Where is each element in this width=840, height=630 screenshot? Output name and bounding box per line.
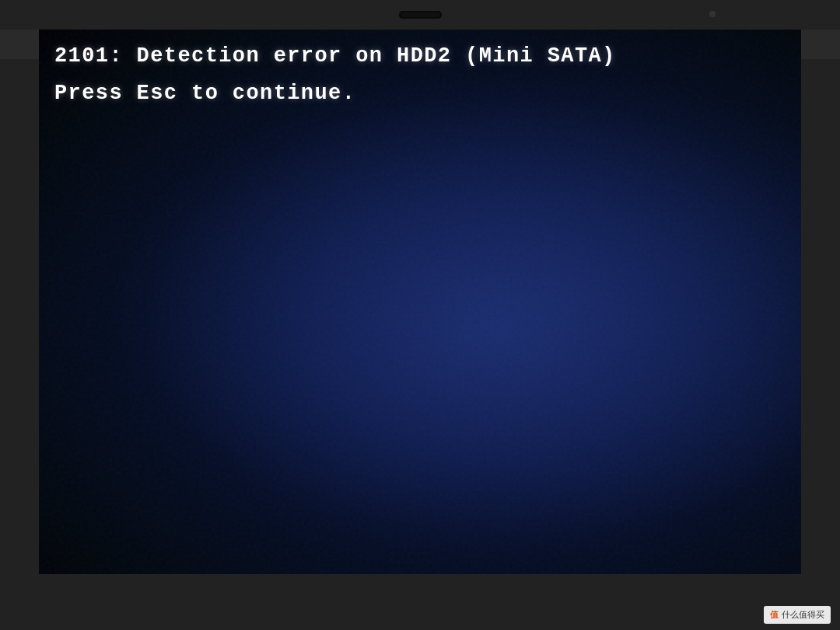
right-bezel — [801, 59, 840, 604]
press-esc-line: Press Esc to continue. — [54, 81, 786, 106]
watermark-badge: 值 什么值得买 — [764, 606, 831, 624]
watermark-site: 什么值得买 — [782, 609, 824, 621]
laptop-frame: 2101: Detection error on HDD2 (Mini SATA… — [0, 0, 840, 630]
left-bezel — [0, 59, 39, 604]
watermark-logo: 值 — [770, 609, 779, 621]
camera-dot — [709, 11, 716, 17]
bottom-bezel: 值 什么值得买 — [0, 574, 840, 630]
laptop-screen: 2101: Detection error on HDD2 (Mini SATA… — [39, 30, 801, 574]
error-message-line: 2101: Detection error on HDD2 (Mini SATA… — [54, 44, 786, 68]
camera-slot — [399, 11, 442, 19]
screen-content: 2101: Detection error on HDD2 (Mini SATA… — [39, 30, 801, 574]
top-bezel — [0, 0, 840, 30]
